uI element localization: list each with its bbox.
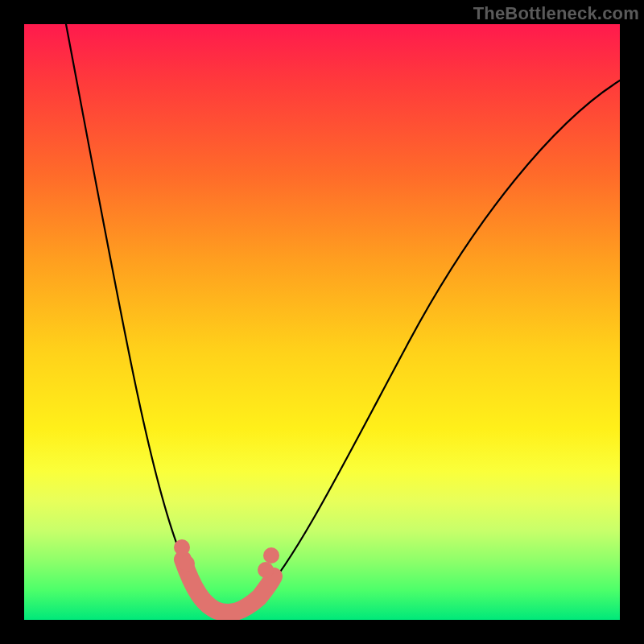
curve-layer — [24, 24, 620, 620]
marker-left-upper — [174, 539, 190, 555]
marker-left-lower — [179, 555, 195, 572]
marker-right-lower — [258, 562, 274, 578]
plot-area — [24, 24, 620, 620]
chart-frame: TheBottleneck.com — [0, 0, 644, 644]
marker-right-upper — [263, 547, 279, 564]
bottleneck-curve — [66, 24, 620, 612]
watermark: TheBottleneck.com — [473, 3, 639, 24]
